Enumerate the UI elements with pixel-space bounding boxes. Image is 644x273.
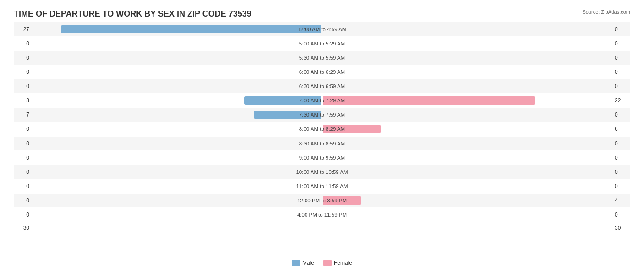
bars-center: 12:00 PM to 3:59 PM bbox=[32, 194, 612, 207]
table-row: 0 11:00 AM to 11:59 AM 0 bbox=[14, 179, 630, 193]
male-bar-container bbox=[32, 208, 322, 222]
male-bar-container bbox=[32, 137, 322, 150]
female-bar-container bbox=[322, 79, 612, 93]
male-bar bbox=[61, 25, 321, 33]
table-row: 27 12:00 AM to 4:59 AM 0 bbox=[14, 22, 630, 36]
male-bar-container bbox=[32, 22, 322, 36]
legend-male: Male bbox=[292, 260, 314, 266]
female-value: 0 bbox=[612, 55, 630, 61]
male-bar-container bbox=[32, 108, 322, 122]
table-row: 0 8:30 AM to 8:59 AM 0 bbox=[14, 137, 630, 150]
male-value: 0 bbox=[14, 126, 32, 132]
bars-center: 11:00 AM to 11:59 AM bbox=[32, 179, 612, 193]
axis-right-label: 30 bbox=[612, 225, 630, 231]
table-row: 7 7:30 AM to 7:59 AM 0 bbox=[14, 108, 630, 122]
table-row: 0 4:00 PM to 11:59 PM 0 bbox=[14, 208, 630, 222]
female-value: 0 bbox=[612, 212, 630, 218]
bars-center: 12:00 AM to 4:59 AM bbox=[32, 22, 612, 36]
male-value: 0 bbox=[14, 155, 32, 161]
male-bar-container bbox=[32, 194, 322, 207]
male-value: 0 bbox=[14, 169, 32, 175]
bars-center: 9:00 AM to 9:59 AM bbox=[32, 151, 612, 165]
chart-title: TIME OF DEPARTURE TO WORK BY SEX IN ZIP … bbox=[14, 9, 630, 19]
female-value: 0 bbox=[612, 169, 630, 175]
bars-center: 10:00 AM to 10:59 AM bbox=[32, 165, 612, 179]
table-row: 0 9:00 AM to 9:59 AM 0 bbox=[14, 151, 630, 165]
male-value: 8 bbox=[14, 97, 32, 104]
table-row: 8 7:00 AM to 7:29 AM 22 bbox=[14, 94, 630, 107]
female-swatch bbox=[323, 260, 332, 266]
female-value: 0 bbox=[612, 155, 630, 161]
table-row: 0 6:30 AM to 6:59 AM 0 bbox=[14, 79, 630, 93]
female-bar-container bbox=[322, 194, 612, 207]
male-value: 0 bbox=[14, 69, 32, 75]
male-label: Male bbox=[302, 260, 314, 266]
legend: Male Female bbox=[292, 260, 352, 266]
male-value: 0 bbox=[14, 83, 32, 89]
male-value: 0 bbox=[14, 183, 32, 189]
female-bar-container bbox=[322, 122, 612, 136]
axis-left-label: 30 bbox=[14, 225, 32, 231]
female-value: 0 bbox=[612, 69, 630, 75]
chart-container: TIME OF DEPARTURE TO WORK BY SEX IN ZIP … bbox=[0, 0, 644, 273]
female-bar-container bbox=[322, 137, 612, 150]
bars-center: 8:00 AM to 8:29 AM bbox=[32, 122, 612, 136]
male-value: 27 bbox=[14, 26, 32, 33]
female-bar-container bbox=[322, 165, 612, 179]
male-bar-container bbox=[32, 151, 322, 165]
female-value: 0 bbox=[612, 26, 630, 33]
female-bar-container bbox=[322, 22, 612, 36]
male-value: 0 bbox=[14, 212, 32, 218]
female-bar bbox=[323, 125, 381, 133]
male-bar-container bbox=[32, 94, 322, 107]
male-bar-container bbox=[32, 165, 322, 179]
female-value: 0 bbox=[612, 40, 630, 47]
female-bar-container bbox=[322, 108, 612, 122]
female-bar-container bbox=[322, 94, 612, 107]
female-bar-container bbox=[322, 65, 612, 79]
male-swatch bbox=[292, 260, 300, 266]
male-value: 0 bbox=[14, 197, 32, 204]
male-value: 7 bbox=[14, 111, 32, 118]
table-row: 0 6:00 AM to 6:29 AM 0 bbox=[14, 65, 630, 79]
male-bar-container bbox=[32, 122, 322, 136]
female-bar bbox=[323, 96, 535, 105]
female-value: 6 bbox=[612, 126, 630, 132]
chart-area: 27 12:00 AM to 4:59 AM 0 0 5:00 AM to 5:… bbox=[14, 22, 630, 231]
table-row: 0 12:00 PM to 3:59 PM 4 bbox=[14, 194, 630, 207]
male-bar-container bbox=[32, 51, 322, 65]
female-bar-container bbox=[322, 179, 612, 193]
female-bar bbox=[323, 196, 361, 205]
table-row: 0 5:30 AM to 5:59 AM 0 bbox=[14, 51, 630, 65]
legend-female: Female bbox=[323, 260, 352, 266]
male-bar-container bbox=[32, 179, 322, 193]
female-bar-container bbox=[322, 51, 612, 65]
male-value: 0 bbox=[14, 140, 32, 147]
source-label: Source: ZipAtlas.com bbox=[582, 9, 630, 15]
table-row: 0 10:00 AM to 10:59 AM 0 bbox=[14, 165, 630, 179]
female-value: 0 bbox=[612, 111, 630, 118]
axis-center bbox=[32, 228, 612, 228]
bars-center: 8:30 AM to 8:59 AM bbox=[32, 137, 612, 150]
bars-center: 6:30 AM to 6:59 AM bbox=[32, 79, 612, 93]
female-bar-container bbox=[322, 37, 612, 50]
bars-center: 7:00 AM to 7:29 AM bbox=[32, 94, 612, 107]
female-value: 0 bbox=[612, 83, 630, 89]
female-value: 0 bbox=[612, 140, 630, 147]
male-bar-container bbox=[32, 79, 322, 93]
male-bar bbox=[254, 111, 321, 119]
male-value: 0 bbox=[14, 55, 32, 61]
table-row: 0 5:00 AM to 5:29 AM 0 bbox=[14, 37, 630, 50]
female-bar-container bbox=[322, 151, 612, 165]
male-value: 0 bbox=[14, 40, 32, 47]
axis-row: 30 30 bbox=[14, 225, 630, 231]
female-bar-container bbox=[322, 208, 612, 222]
bars-center: 5:00 AM to 5:29 AM bbox=[32, 37, 612, 50]
female-label: Female bbox=[334, 260, 352, 266]
bars-center: 6:00 AM to 6:29 AM bbox=[32, 65, 612, 79]
female-value: 0 bbox=[612, 183, 630, 189]
female-value: 22 bbox=[612, 97, 630, 104]
male-bar-container bbox=[32, 37, 322, 50]
bars-center: 4:00 PM to 11:59 PM bbox=[32, 208, 612, 222]
bars-center: 7:30 AM to 7:59 AM bbox=[32, 108, 612, 122]
